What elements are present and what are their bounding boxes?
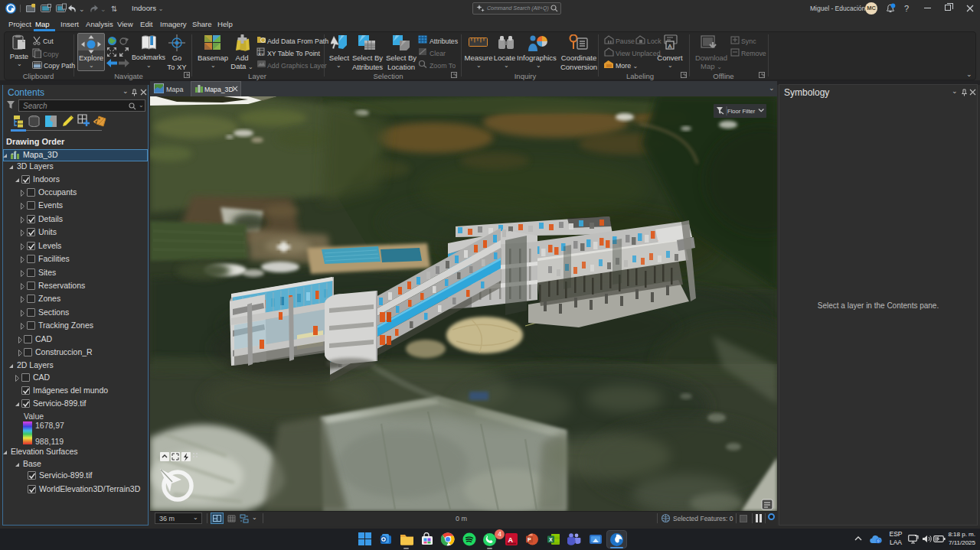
svg-text:Floor Filter: Floor Filter [727,108,756,115]
svg-text:A: A [668,43,672,50]
svg-text:XY: XY [258,52,264,57]
svg-text:A: A [508,536,514,544]
svg-text:X: X [549,537,553,542]
svg-text:P: P [528,537,531,542]
